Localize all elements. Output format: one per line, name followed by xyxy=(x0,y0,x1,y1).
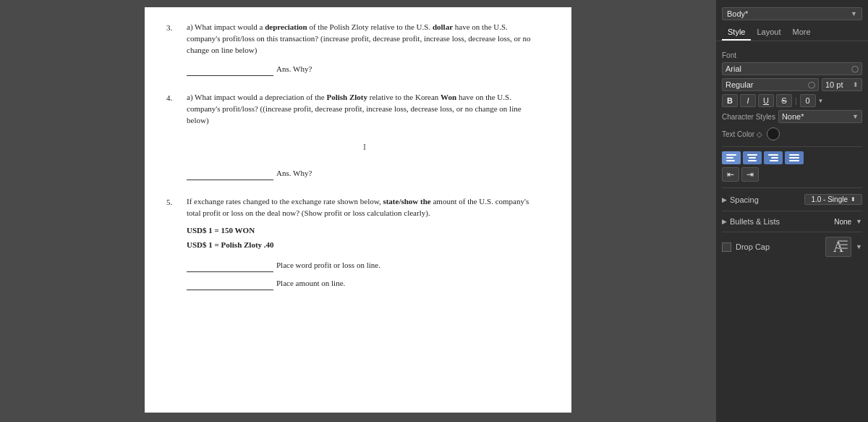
indent-decrease-button[interactable]: ⇤ xyxy=(722,167,739,182)
drop-cap-dropdown-arrow-icon[interactable]: ▼ xyxy=(856,243,862,250)
font-name-row: Arial ◯ xyxy=(722,62,862,75)
font-style-value: Regular xyxy=(726,80,754,89)
drop-line-3 xyxy=(838,248,848,249)
drop-cap-checkbox[interactable] xyxy=(722,242,731,252)
tabs-row: Style Layout More xyxy=(716,25,868,41)
svg-rect-7 xyxy=(771,157,778,159)
spacing-label: Spacing xyxy=(730,195,759,204)
bullets-chevron-icon: ▼ xyxy=(856,218,862,225)
font-style-chevron-icon: ◯ xyxy=(808,81,815,88)
spacing-value-text: 1.0 - Single xyxy=(811,195,848,203)
divider-2 xyxy=(722,187,862,188)
q3-number: 3. xyxy=(166,22,187,79)
drop-line-1 xyxy=(838,240,848,242)
svg-rect-6 xyxy=(768,154,778,156)
svg-rect-3 xyxy=(747,154,757,156)
font-size-value: 10 pt xyxy=(825,80,843,89)
place-amount-field xyxy=(187,278,273,290)
superscript-chevron-icon: ▼ xyxy=(818,98,824,104)
q3-answer-field xyxy=(187,64,273,76)
drop-cap-preview: A xyxy=(825,237,851,257)
doc-page: 3. a) What impact would a depreciation o… xyxy=(145,7,571,413)
q4-number: 4. xyxy=(166,92,187,183)
q5-content: If exchange rates changed to the exchang… xyxy=(187,196,542,290)
format-buttons-row: B I U S | 0 ▼ xyxy=(722,94,862,107)
format-sep: | xyxy=(795,97,797,105)
svg-rect-4 xyxy=(749,157,756,159)
font-name-value: Arial xyxy=(726,64,741,73)
place-profit-field xyxy=(187,260,273,272)
indent-increase-button[interactable]: ⇥ xyxy=(741,167,759,182)
bullets-arrow-icon: ▶ xyxy=(722,218,727,225)
spacing-section: ▶ Spacing 1.0 - Single ⬍ xyxy=(722,193,862,206)
place-profit-label: Place word profit or loss on line. xyxy=(276,260,380,271)
spacing-value-arrows-icon: ⬍ xyxy=(851,196,856,203)
bullets-section: ▶ Bullets & Lists None ▼ xyxy=(722,216,862,227)
strikethrough-button[interactable]: S xyxy=(776,94,792,107)
align-right-icon xyxy=(768,153,778,162)
font-size-chevron-icon: ⬍ xyxy=(853,81,859,88)
italic-button[interactable]: I xyxy=(740,94,756,107)
q4-text: a) What impact would a depreciation of t… xyxy=(187,92,542,127)
divider-3 xyxy=(722,211,862,211)
document-area: 3. a) What impact would a depreciation o… xyxy=(0,0,716,422)
tab-layout[interactable]: Layout xyxy=(751,25,786,41)
q5-number: 5. xyxy=(166,196,187,290)
superscript-button[interactable]: 0 xyxy=(800,94,816,107)
divider-1 xyxy=(722,146,862,147)
q4-ans-label: Ans. Why? xyxy=(276,168,312,180)
font-style-dropdown[interactable]: Regular ◯ xyxy=(722,78,819,91)
char-style-dropdown[interactable]: None* ▼ xyxy=(778,110,862,123)
svg-rect-0 xyxy=(726,154,736,156)
char-style-label: Character Styles xyxy=(722,113,775,121)
tab-more[interactable]: More xyxy=(787,25,817,41)
svg-rect-9 xyxy=(789,154,799,156)
bullets-label: Bullets & Lists xyxy=(730,217,780,226)
indent-row: ⇤ ⇥ xyxy=(722,167,862,182)
svg-rect-1 xyxy=(726,157,733,159)
tab-style[interactable]: Style xyxy=(722,25,751,41)
underline-button[interactable]: U xyxy=(758,94,774,107)
cursor-indicator: I xyxy=(187,141,542,153)
align-left-icon xyxy=(726,153,736,162)
divider-4 xyxy=(722,232,862,232)
drop-line-2 xyxy=(838,244,848,245)
align-center-button[interactable] xyxy=(743,151,762,164)
body-style-label: Body* xyxy=(727,9,748,18)
place-line-row-2: Place amount on line. xyxy=(187,278,542,290)
body-style-dropdown[interactable]: Body* ▼ xyxy=(722,7,862,20)
drop-cap-label: Drop Cap xyxy=(736,242,770,251)
q3-text: a) What impact would a depreciation of t… xyxy=(187,22,542,56)
place-amount-label: Place amount on line. xyxy=(276,278,345,290)
spacing-value-dropdown[interactable]: 1.0 - Single ⬍ xyxy=(804,194,862,205)
bullets-header[interactable]: ▶ Bullets & Lists None ▼ xyxy=(722,216,862,227)
q3-content: a) What impact would a depreciation of t… xyxy=(187,22,542,79)
align-justify-button[interactable] xyxy=(785,151,804,164)
char-style-row: Character Styles None* ▼ xyxy=(722,110,862,123)
font-section-label: Font xyxy=(722,51,862,59)
text-color-swatch[interactable] xyxy=(767,127,780,140)
font-style-size-row: Regular ◯ 10 pt ⬍ xyxy=(722,78,862,91)
q3-ans-line: Ans. Why? xyxy=(187,64,542,76)
align-right-button[interactable] xyxy=(764,151,783,164)
sidebar-top: Body* ▼ xyxy=(716,4,868,25)
bold-button[interactable]: B xyxy=(722,94,738,107)
spacing-arrow-icon: ▶ xyxy=(722,196,727,203)
q5-line1: USD$ 1 = 150 WON xyxy=(187,225,542,237)
svg-rect-2 xyxy=(726,160,735,161)
q5-text: If exchange rates changed to the exchang… xyxy=(187,196,542,219)
spacing-header[interactable]: ▶ Spacing 1.0 - Single ⬍ xyxy=(722,193,862,206)
svg-rect-5 xyxy=(748,160,757,161)
font-size-dropdown[interactable]: 10 pt ⬍ xyxy=(822,78,862,91)
question-3: 3. a) What impact would a depreciation o… xyxy=(166,22,542,79)
q4-answer-field xyxy=(187,168,273,180)
align-left-button[interactable] xyxy=(722,151,741,164)
q4-ans-line: Ans. Why? xyxy=(187,168,542,180)
question-5: 5. If exchange rates changed to the exch… xyxy=(166,196,542,290)
svg-rect-10 xyxy=(789,157,799,159)
question-4: 4. a) What impact would a depreciation o… xyxy=(166,92,542,183)
align-row xyxy=(722,151,862,164)
panel-body: Font Arial ◯ Regular ◯ 10 pt ⬍ B I U S xyxy=(716,41,868,422)
char-style-chevron-icon: ▼ xyxy=(852,113,859,120)
font-name-dropdown[interactable]: Arial ◯ xyxy=(722,62,862,75)
